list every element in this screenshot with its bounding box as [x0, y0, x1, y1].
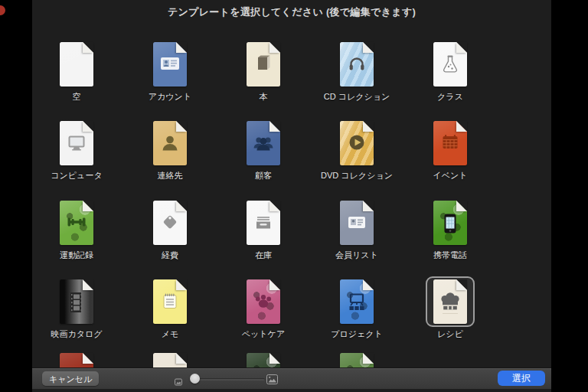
template-grid: テンプレートを選択してください (後で編集できます) 空 — [32, 0, 551, 368]
play-circle-icon — [340, 121, 374, 165]
footer-bar: キャンセル 選択 — [32, 368, 551, 389]
filmstrip-icon — [60, 279, 93, 324]
partial-page-icon — [153, 353, 187, 368]
template-label: CD コレクション — [324, 91, 390, 103]
monitor-icon — [60, 121, 93, 165]
template-row-3: 運動記録 経費 — [32, 198, 501, 261]
size-slider-knob[interactable] — [190, 374, 200, 384]
template-notes[interactable]: メモ — [123, 276, 217, 340]
template-label: ペットケア — [242, 328, 285, 340]
book-icon — [247, 42, 280, 87]
template-mobile-phones[interactable]: 携帯電話 — [403, 198, 497, 261]
template-partial-4[interactable] — [310, 350, 403, 368]
blank-page-icon — [60, 42, 93, 87]
template-pet-care[interactable]: ペットケア — [217, 276, 310, 340]
template-contacts[interactable]: 連絡先 — [123, 118, 217, 181]
template-exercise-log[interactable]: 運動記録 — [32, 198, 123, 261]
template-partial-3[interactable] — [217, 350, 310, 368]
template-label: 本 — [260, 91, 268, 103]
template-chooser-dialog: テンプレートを選択してください (後で編集できます) 空 — [32, 0, 551, 392]
size-slider-track[interactable] — [189, 378, 265, 381]
dialog-title: テンプレートを選択してください (後で編集できます) — [32, 5, 551, 19]
easel-chart-icon — [340, 279, 374, 324]
template-class[interactable]: クラス — [403, 39, 497, 103]
template-row-4: 映画カタログ — [32, 276, 501, 340]
partial-page-icon — [60, 353, 93, 368]
template-label: アカウント — [149, 91, 191, 103]
template-row-5 — [32, 350, 501, 368]
template-label: 会員リスト — [335, 250, 378, 261]
template-empty[interactable]: 空 — [32, 39, 123, 103]
template-label: 映画カタログ — [51, 328, 102, 340]
calendar-icon — [433, 121, 467, 165]
partial-page-icon — [247, 353, 280, 368]
template-label: 空 — [73, 91, 81, 103]
template-label: 運動記録 — [60, 250, 93, 261]
template-member-list[interactable]: 会員リスト — [310, 198, 403, 261]
template-recipes[interactable]: レシピ — [403, 276, 497, 340]
template-label: イベント — [433, 170, 467, 181]
template-cd-collection[interactable]: CD コレクション — [310, 39, 403, 103]
headphones-icon — [340, 42, 374, 87]
partial-page-icon — [340, 353, 374, 368]
id-card-icon — [340, 201, 374, 245]
template-partial-2[interactable] — [123, 350, 217, 368]
template-dvd-collection[interactable]: DVD コレクション — [310, 118, 403, 181]
template-label: 連絡先 — [158, 170, 183, 181]
notepad-icon — [153, 279, 187, 324]
template-label: レシピ — [437, 328, 463, 340]
template-projects[interactable]: プロジェクト — [310, 276, 403, 340]
template-label: プロジェクト — [331, 328, 383, 340]
template-label: 在庫 — [255, 250, 272, 261]
template-computer[interactable]: コンピュータ — [32, 118, 123, 181]
template-label: DVD コレクション — [321, 170, 393, 181]
template-row-2: コンピュータ 連絡先 — [32, 118, 501, 181]
template-movie-catalog[interactable]: 映画カタログ — [32, 276, 123, 340]
template-label: 経費 — [162, 250, 178, 261]
dumbbell-icon — [60, 201, 93, 245]
template-label: メモ — [162, 328, 179, 340]
template-expenses[interactable]: 経費 — [123, 198, 217, 261]
template-inventory[interactable]: 在庫 — [217, 198, 310, 261]
template-partial-1[interactable] — [32, 350, 123, 368]
window-close-button[interactable] — [0, 5, 5, 15]
template-account[interactable]: アカウント — [123, 39, 217, 103]
cancel-button[interactable]: キャンセル — [42, 371, 99, 386]
paw-icon — [247, 279, 280, 324]
select-button[interactable]: 選択 — [498, 371, 545, 386]
template-label: 顧客 — [255, 170, 272, 181]
flask-icon — [433, 42, 467, 87]
selection-highlight — [426, 276, 475, 327]
small-size-icon[interactable] — [175, 375, 182, 383]
chef-hat-icon — [433, 279, 467, 324]
people-icon — [247, 121, 280, 165]
template-label: 携帯電話 — [433, 250, 467, 261]
template-events[interactable]: イベント — [403, 118, 497, 181]
template-label: コンピュータ — [51, 170, 102, 181]
smartphone-icon — [433, 201, 467, 245]
template-row-1: 空 アカウント — [32, 39, 501, 103]
id-card-icon — [153, 42, 187, 87]
large-size-icon[interactable] — [266, 374, 278, 384]
template-label: クラス — [437, 91, 463, 103]
tag-icon — [153, 201, 187, 245]
inbox-icon — [247, 201, 280, 245]
person-icon — [153, 121, 187, 165]
template-book[interactable]: 本 — [217, 39, 310, 103]
template-customers[interactable]: 顧客 — [217, 118, 310, 181]
